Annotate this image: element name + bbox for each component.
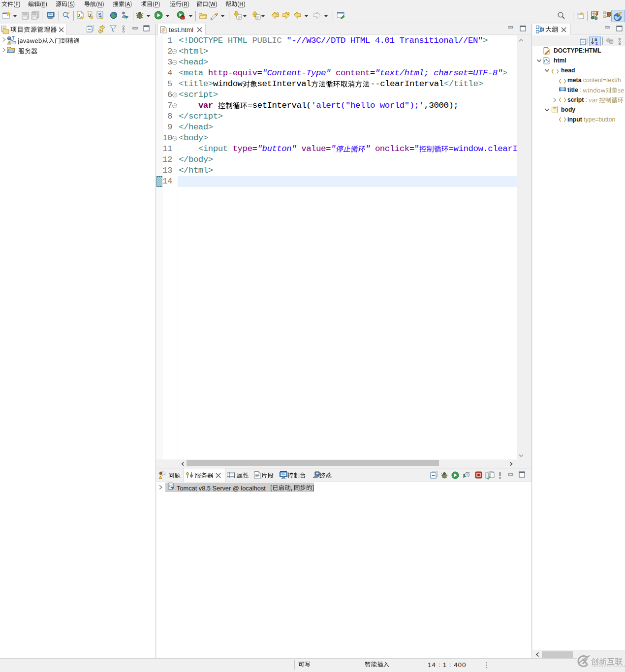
svg-text:J: J bbox=[78, 13, 80, 18]
svg-text:z: z bbox=[595, 40, 598, 46]
